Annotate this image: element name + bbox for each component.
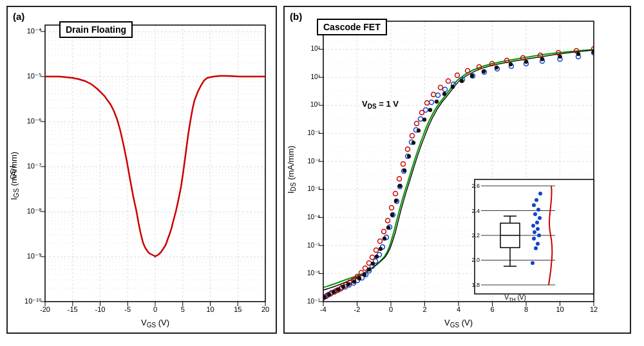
- svg-point-251: [341, 285, 345, 289]
- svg-text:VTH (V): VTH (V): [504, 294, 526, 302]
- svg-point-270: [428, 108, 432, 112]
- svg-point-328: [533, 230, 536, 234]
- svg-text:10⁻⁸: 10⁻⁸: [27, 207, 42, 215]
- svg-text:-2: -2: [354, 305, 361, 313]
- svg-point-266: [407, 154, 411, 158]
- svg-point-264: [398, 184, 402, 188]
- svg-text:10⁻⁶: 10⁻⁶: [307, 269, 320, 277]
- svg-text:10⁻⁴: 10⁻⁴: [27, 27, 42, 35]
- svg-text:12: 12: [590, 305, 598, 313]
- svg-point-280: [540, 57, 544, 61]
- svg-point-325: [536, 242, 540, 246]
- svg-rect-0: [45, 25, 265, 302]
- svg-text:10¹: 10¹: [311, 73, 321, 80]
- panel-b-label: (b): [290, 11, 302, 22]
- svg-text:10⁻⁷: 10⁻⁷: [307, 298, 320, 305]
- svg-text:10⁻¹: 10⁻¹: [308, 129, 321, 136]
- svg-point-258: [375, 255, 379, 259]
- panel-a-chart: 10⁻¹⁰ 10⁻⁹ 10⁻⁸ 10⁻⁷ 10⁻⁶ 10⁻⁵ 10⁻⁴ -20 …: [8, 7, 278, 335]
- svg-text:2.0: 2.0: [471, 257, 480, 263]
- svg-text:-4: -4: [320, 305, 327, 313]
- svg-point-267: [412, 141, 415, 145]
- panel-a: (a) Drain Floating: [6, 6, 277, 334]
- svg-point-278: [509, 62, 513, 66]
- svg-text:10⁻⁵: 10⁻⁵: [307, 242, 320, 249]
- svg-text:10⁻²: 10⁻²: [308, 158, 321, 165]
- svg-text:15: 15: [234, 305, 242, 313]
- svg-point-228: [401, 162, 406, 167]
- svg-point-250: [336, 287, 340, 291]
- svg-point-327: [537, 233, 541, 237]
- svg-point-282: [576, 52, 580, 56]
- svg-text:4: 4: [457, 305, 460, 313]
- svg-point-263: [394, 199, 398, 203]
- svg-point-235: [439, 86, 443, 90]
- svg-text:0: 0: [153, 305, 157, 313]
- svg-point-261: [386, 226, 390, 230]
- svg-text:IDS (mA/mm): IDS (mA/mm): [286, 145, 297, 194]
- svg-text:10⁻⁶: 10⁻⁶: [27, 117, 42, 125]
- svg-text:10⁻¹⁰: 10⁻¹⁰: [24, 297, 42, 305]
- svg-point-233: [425, 101, 430, 105]
- svg-point-334: [536, 208, 540, 212]
- svg-point-237: [455, 73, 460, 78]
- svg-point-326: [532, 237, 536, 241]
- svg-point-331: [535, 221, 539, 224]
- svg-point-281: [558, 55, 562, 59]
- svg-text:10⁻⁹: 10⁻⁹: [27, 252, 41, 260]
- svg-point-333: [533, 212, 537, 216]
- svg-text:10: 10: [206, 305, 214, 313]
- svg-point-236: [446, 79, 451, 84]
- svg-point-268: [417, 129, 421, 132]
- svg-point-275: [470, 74, 474, 78]
- svg-point-227: [397, 177, 402, 181]
- svg-point-223: [382, 230, 386, 234]
- svg-text:10⁻⁴: 10⁻⁴: [307, 214, 320, 221]
- svg-point-194: [436, 93, 440, 98]
- svg-point-231: [415, 122, 419, 126]
- svg-point-271: [435, 100, 439, 104]
- panel-a-title: Drain Floating: [59, 21, 133, 38]
- svg-point-218: [363, 266, 368, 271]
- svg-text:1.8: 1.8: [471, 282, 480, 288]
- svg-text:0: 0: [389, 305, 393, 313]
- svg-point-260: [383, 237, 386, 241]
- svg-text:-10: -10: [95, 305, 106, 313]
- svg-text:10⁻⁷: 10⁻⁷: [27, 162, 41, 170]
- svg-point-324: [534, 246, 538, 250]
- svg-point-265: [402, 168, 406, 172]
- svg-point-330: [531, 224, 535, 228]
- svg-text:10: 10: [556, 305, 564, 313]
- svg-point-277: [495, 66, 498, 69]
- svg-rect-85: [45, 25, 265, 302]
- svg-text:VGS (V): VGS (V): [141, 318, 169, 329]
- svg-point-276: [482, 69, 486, 73]
- svg-point-329: [536, 227, 540, 231]
- svg-point-256: [367, 268, 371, 271]
- svg-point-219: [367, 261, 372, 266]
- svg-point-249: [332, 290, 336, 294]
- svg-text:VDS = 1 V: VDS = 1 V: [362, 99, 399, 110]
- svg-text:10⁻⁵: 10⁻⁵: [27, 72, 41, 80]
- svg-point-226: [393, 192, 398, 196]
- svg-point-254: [357, 277, 361, 280]
- svg-point-259: [379, 247, 383, 251]
- svg-point-252: [346, 282, 350, 286]
- svg-point-230: [410, 134, 415, 138]
- panel-b-chart: 10⁻⁷ 10⁻⁶ 10⁻⁵ 10⁻⁴ 10⁻³ 10⁻² 10⁻¹ 10⁰ 1…: [285, 7, 632, 335]
- svg-point-253: [352, 280, 356, 284]
- svg-point-272: [442, 92, 446, 96]
- svg-text:10²: 10²: [311, 45, 321, 52]
- svg-point-269: [422, 118, 426, 122]
- svg-text:VGS (V): VGS (V): [444, 318, 473, 329]
- svg-text:20: 20: [261, 305, 269, 313]
- svg-point-323: [531, 261, 535, 265]
- svg-text:-5: -5: [124, 305, 131, 313]
- svg-text:2.4: 2.4: [471, 208, 480, 214]
- svg-point-262: [390, 213, 394, 217]
- svg-point-234: [431, 93, 436, 97]
- svg-point-222: [378, 239, 383, 244]
- svg-point-273: [451, 85, 455, 89]
- svg-text:2.6: 2.6: [471, 183, 480, 189]
- svg-point-332: [538, 216, 542, 220]
